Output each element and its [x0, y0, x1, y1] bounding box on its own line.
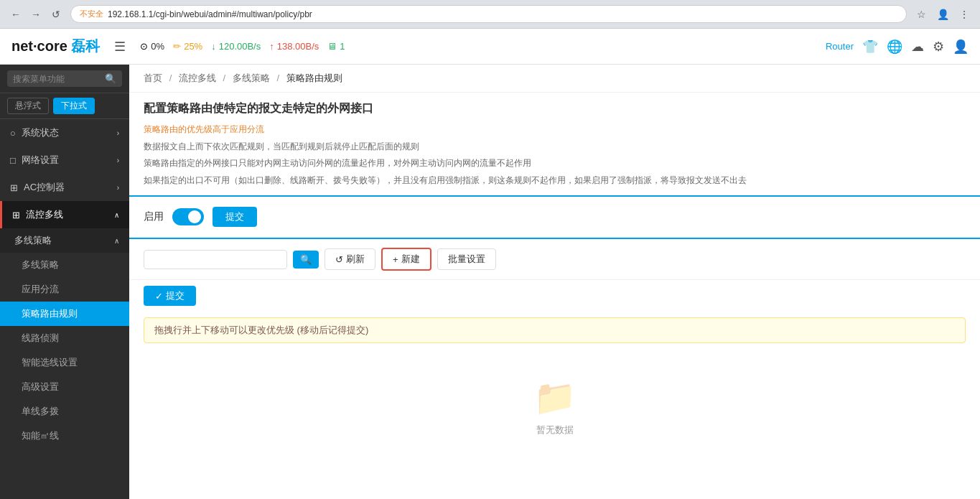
sub-header-multiwan-policy[interactable]: 多线策略 ∧	[0, 228, 129, 253]
sidebar-search-box: 🔍	[0, 65, 129, 93]
up-arrow-icon: ↑	[269, 41, 274, 52]
desc-line-2: 数据报文自上而下依次匹配规则，当匹配到规则后就停止匹配后面的规则	[144, 139, 966, 155]
enable-submit-button[interactable]: 提交	[213, 207, 257, 227]
memory-stat: ✏ 25%	[173, 41, 202, 52]
breadcrumb-sep-1: /	[169, 73, 172, 83]
globe-icon[interactable]: 🌐	[887, 39, 902, 55]
address-bar[interactable]: 不安全 192.168.1.1/cgi-bin/webui/admin#/mul…	[70, 5, 907, 23]
plus-icon: +	[393, 254, 398, 265]
enable-toggle[interactable]	[172, 208, 204, 225]
sidebar-item-advanced[interactable]: 高级设置	[0, 375, 129, 399]
nav-buttons: ← → ↺	[7, 6, 65, 23]
breadcrumb-home[interactable]: 首页	[144, 73, 162, 83]
back-button[interactable]: ←	[7, 6, 24, 23]
top-toolbar: net·core 磊科 ☰ ⊙ 0% ✏ 25% ↓ 120.00B/s ↑ 1…	[0, 29, 980, 65]
dropdown-style-btn[interactable]: 下拉式	[53, 98, 95, 114]
cpu-icon: ⊙	[140, 41, 148, 52]
float-style-btn[interactable]: 悬浮式	[7, 98, 49, 114]
router-label: Router	[826, 41, 854, 52]
sidebar-item-app-flow[interactable]: 应用分流	[0, 277, 129, 302]
sidebar-item-label-network: 网络设置	[22, 154, 59, 167]
address-text: 192.168.1.1/cgi-bin/webui/admin#/multiwa…	[108, 9, 312, 19]
ac-icon: ⊞	[10, 182, 18, 193]
main-layout: 🔍 悬浮式 下拉式 ○ 系统状态 › □ 网络设置 ›	[0, 65, 980, 499]
memory-value: 25%	[184, 41, 202, 52]
user-icon[interactable]: 👤	[953, 39, 969, 55]
sidebar-item-smart-select[interactable]: 智能选线设置	[0, 350, 129, 375]
network-label-wrap: □ 网络设置	[10, 154, 59, 167]
enable-label: 启用	[144, 210, 164, 223]
sidebar-search-wrap[interactable]: 🔍	[7, 70, 122, 87]
security-warning: 不安全	[80, 9, 103, 19]
submit-check-button[interactable]: ✓ 提交	[144, 286, 196, 306]
hamburger-button[interactable]: ☰	[111, 36, 129, 57]
sidebar-item-label-multiwan: 流控多线	[26, 208, 63, 221]
desc-line-1: 策略路由的优先级高于应用分流	[144, 122, 966, 138]
page-title: 配置策略路由使特定的报文走特定的外网接口	[144, 101, 966, 116]
sidebar-item-system[interactable]: ○ 系统状态 ›	[0, 119, 129, 146]
content-area: 首页 / 流控多线 / 多线策略 / 策略路由规则 配置策略路由使特定的报文走特…	[129, 65, 980, 499]
browser-chrome: ← → ↺ 不安全 192.168.1.1/cgi-bin/webui/admi…	[0, 0, 980, 29]
hint-box: 拖拽行并上下移动可以更改优先级 (移动后记得提交)	[144, 317, 966, 343]
search-button[interactable]: 🔍	[293, 251, 319, 269]
chevron-ac: ›	[117, 184, 119, 192]
screen-stat: 🖥 1	[327, 41, 345, 52]
menu-style-toggle: 悬浮式 下拉式	[0, 93, 129, 119]
toolbar-left: net·core 磊科 ☰ ⊙ 0% ✏ 25% ↓ 120.00B/s ↑ 1…	[11, 36, 345, 57]
bookmark-button[interactable]: ☆	[913, 6, 930, 23]
cpu-stat: ⊙ 0%	[140, 41, 164, 52]
sidebar-item-policy-route[interactable]: 策略路由规则	[0, 302, 129, 326]
sidebar: 🔍 悬浮式 下拉式 ○ 系统状态 › □ 网络设置 ›	[0, 65, 129, 499]
shirt-icon[interactable]: 👕	[862, 39, 878, 55]
ac-label-wrap: ⊞ AC控制器	[10, 181, 65, 194]
desc-line-3: 策略路由指定的外网接口只能对内网主动访问外网的流量起作用，对外网主动访问内网的流…	[144, 156, 966, 172]
submit-row: ✓ 提交	[129, 280, 980, 312]
multiwan-label-wrap: ⊞ 流控多线	[12, 208, 63, 221]
system-label-wrap: ○ 系统状态	[10, 126, 59, 139]
sidebar-item-multi-dial[interactable]: 单线多拨	[0, 399, 129, 424]
breadcrumb-multiwan-policy[interactable]: 多线策略	[233, 73, 270, 83]
down-arrow-icon: ↓	[211, 41, 216, 52]
toolbar-stats: ⊙ 0% ✏ 25% ↓ 120.00B/s ↑ 138.00B/s 🖥 1	[140, 41, 345, 52]
chevron-multiwan: ∧	[114, 211, 119, 219]
sidebar-item-ac[interactable]: ⊞ AC控制器 ›	[0, 174, 129, 201]
upload-stat: ↑ 138.00B/s	[269, 41, 319, 52]
search-input[interactable]	[144, 250, 287, 269]
sidebar-item-multiwan-policy[interactable]: 多线策略	[0, 253, 129, 277]
sidebar-search-icon: 🔍	[105, 73, 116, 84]
nav-section: ○ 系统状态 › □ 网络设置 › ⊞ AC控制器 ›	[0, 119, 129, 448]
cloud-icon[interactable]: ☁	[911, 39, 924, 55]
browser-menu-button[interactable]: ⋮	[956, 6, 973, 23]
profile-button[interactable]: 👤	[934, 6, 951, 23]
empty-text: 暂无数据	[536, 424, 574, 437]
sidebar-item-line-detect[interactable]: 线路侦测	[0, 326, 129, 350]
sidebar-item-network[interactable]: □ 网络设置 ›	[0, 146, 129, 174]
memory-icon: ✏	[173, 41, 181, 52]
reload-button[interactable]: ↺	[47, 6, 65, 23]
sidebar-item-bottom[interactable]: 知能㎡线	[0, 424, 129, 448]
refresh-button[interactable]: ↺ 刷新	[325, 248, 375, 270]
submit-check-label: 提交	[166, 289, 185, 302]
sub-header-label: 多线策略	[14, 234, 52, 247]
browser-actions: ☆ 👤 ⋮	[913, 6, 973, 23]
toggle-slider	[172, 208, 204, 225]
sidebar-search-input[interactable]	[13, 74, 102, 84]
network-icon: □	[10, 155, 16, 166]
refresh-label: 刷新	[346, 253, 365, 266]
sub-chevron: ∧	[114, 237, 119, 245]
chevron-system: ›	[117, 129, 119, 137]
page-header: 配置策略路由使特定的报文走特定的外网接口 策略路由的优先级高于应用分流 数据报文…	[129, 93, 980, 195]
gear-icon[interactable]: ⚙	[933, 39, 944, 55]
new-label: 新建	[401, 253, 420, 266]
system-icon: ○	[10, 128, 16, 139]
sidebar-item-multiwan[interactable]: ⊞ 流控多线 ∧	[0, 201, 129, 228]
sidebar-item-label-ac: AC控制器	[24, 181, 65, 194]
breadcrumb-multiwan[interactable]: 流控多线	[179, 73, 216, 83]
forward-button[interactable]: →	[27, 6, 45, 23]
logo: net·core 磊科	[11, 37, 100, 56]
desc-line-4: 如果指定的出口不可用（如出口删除、线路断开、拨号失败等），并且没有启用强制指派，…	[144, 173, 966, 189]
refresh-icon: ↺	[335, 254, 343, 265]
empty-state: 📁 暂无数据	[129, 349, 980, 465]
batch-button[interactable]: 批量设置	[437, 248, 496, 270]
new-button[interactable]: + 新建	[381, 248, 431, 271]
